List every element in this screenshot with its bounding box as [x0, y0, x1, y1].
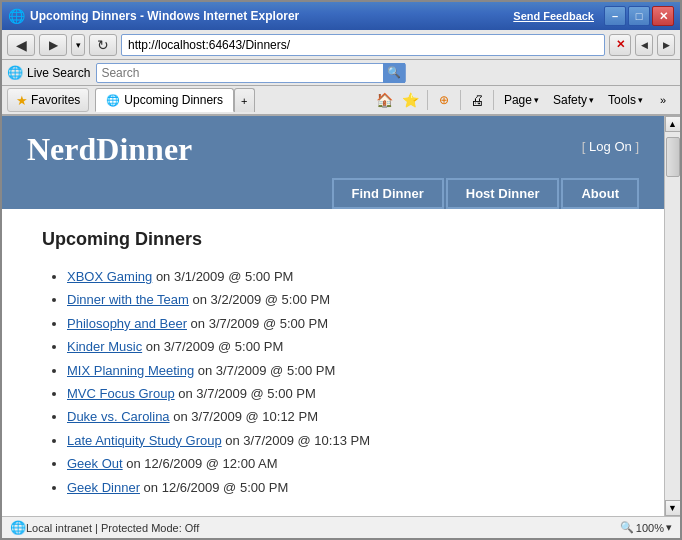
back-button[interactable]: ◀ [7, 34, 35, 56]
list-item: Dinner with the Team on 3/2/2009 @ 5:00 … [67, 288, 624, 311]
list-item: Late Antiquity Study Group on 3/7/2009 @… [67, 429, 624, 452]
tab-bar: 🌐 Upcoming Dinners + [95, 88, 254, 112]
forward-button[interactable]: ▶ [39, 34, 67, 56]
main-content: Upcoming Dinners XBOX Gaming on 3/1/2009… [2, 209, 664, 516]
page-content: NerdDinner [ Log On ] Find Dinner Host D… [2, 116, 664, 516]
dinner-date: on 3/7/2009 @ 5:00 PM [187, 316, 328, 331]
dinner-link[interactable]: Late Antiquity Study Group [67, 433, 222, 448]
page-chevron: ▾ [534, 95, 539, 105]
favorites-label: Favorites [31, 93, 80, 107]
list-item: Philosophy and Beer on 3/7/2009 @ 5:00 P… [67, 312, 624, 335]
search-input[interactable] [97, 66, 383, 80]
dinner-link[interactable]: XBOX Gaming [67, 269, 152, 284]
scroll-up-button[interactable]: ▲ [665, 116, 681, 132]
ie-logo-small: 🌐 [7, 65, 23, 80]
scrollbar: ▲ ▼ [664, 116, 680, 516]
list-item: MVC Focus Group on 3/7/2009 @ 5:00 PM [67, 382, 624, 405]
favorites-button[interactable]: ★ Favorites [7, 88, 89, 112]
address-input[interactable] [121, 34, 605, 56]
page-label: Page [504, 93, 532, 107]
stop-button[interactable]: ✕ [609, 34, 631, 56]
toolbar: ★ Favorites 🌐 Upcoming Dinners + 🏠 ⭐ ⊕ 🖨… [2, 86, 680, 116]
site-title: NerdDinner [27, 131, 192, 168]
status-text: Local intranet | Protected Mode: Off [26, 522, 199, 534]
toolbar-right: 🏠 ⭐ ⊕ 🖨 Page ▾ Safety ▾ Tools ▾ » [373, 88, 675, 112]
tab-label: Upcoming Dinners [124, 93, 223, 107]
list-item: XBOX Gaming on 3/1/2009 @ 5:00 PM [67, 265, 624, 288]
add-fav-icon[interactable]: ⭐ [399, 88, 423, 112]
dinner-date: on 3/7/2009 @ 5:00 PM [175, 386, 316, 401]
bracket-close: ] [635, 139, 639, 154]
host-dinner-tab[interactable]: Host Dinner [446, 178, 560, 209]
about-tab[interactable]: About [561, 178, 639, 209]
list-item: MIX Planning Meeting on 3/7/2009 @ 5:00 … [67, 359, 624, 382]
bracket-open: [ [582, 139, 589, 154]
refresh-button[interactable]: ↻ [89, 34, 117, 56]
dinner-link[interactable]: Duke vs. Carolina [67, 409, 170, 424]
dinner-link[interactable]: Kinder Music [67, 339, 142, 354]
tools-menu[interactable]: Tools ▾ [602, 88, 649, 112]
ie-window: 🌐 Upcoming Dinners - Windows Internet Ex… [0, 0, 682, 540]
toolbar-separator-1 [427, 90, 428, 110]
search-go-button[interactable]: 🔍 [383, 63, 405, 83]
status-right: 🔍 100% ▾ [620, 521, 672, 534]
tools-label: Tools [608, 93, 636, 107]
dinner-link[interactable]: Geek Dinner [67, 480, 140, 495]
find-dinner-tab[interactable]: Find Dinner [332, 178, 444, 209]
close-button[interactable]: ✕ [652, 6, 674, 26]
dinner-link[interactable]: MVC Focus Group [67, 386, 175, 401]
dinner-link[interactable]: Geek Out [67, 456, 123, 471]
dinner-link[interactable]: Philosophy and Beer [67, 316, 187, 331]
zoom-icon: 🔍 [620, 521, 634, 534]
search-box: 🔍 [96, 63, 406, 83]
rss-icon[interactable]: ⊕ [432, 88, 456, 112]
scroll-down-button[interactable]: ▼ [665, 500, 681, 516]
scroll-track[interactable] [665, 132, 681, 500]
dinner-date: on 3/7/2009 @ 5:00 PM [194, 363, 335, 378]
dinner-date: on 3/2/2009 @ 5:00 PM [189, 292, 330, 307]
window-title: Upcoming Dinners - Windows Internet Expl… [30, 9, 513, 23]
scroll-thumb[interactable] [666, 137, 680, 177]
address-bar: ◀ ▶ ▾ ↻ ✕ ◀ ▶ [2, 30, 680, 60]
minimize-button[interactable]: – [604, 6, 626, 26]
search-label: Live Search [27, 66, 90, 80]
active-tab[interactable]: 🌐 Upcoming Dinners [95, 88, 234, 112]
content-wrapper: NerdDinner [ Log On ] Find Dinner Host D… [2, 116, 680, 516]
dinner-date: on 3/7/2009 @ 10:12 PM [170, 409, 318, 424]
site-header: NerdDinner [ Log On ] [2, 116, 664, 168]
print-icon[interactable]: 🖨 [465, 88, 489, 112]
log-on-link[interactable]: Log On [589, 139, 632, 154]
page-menu[interactable]: Page ▾ [498, 88, 545, 112]
maximize-button[interactable]: □ [628, 6, 650, 26]
ie-tab-icon: 🌐 [106, 94, 120, 107]
star-icon: ★ [16, 93, 28, 108]
status-bar: 🌐 Local intranet | Protected Mode: Off 🔍… [2, 516, 680, 538]
dinner-link[interactable]: MIX Planning Meeting [67, 363, 194, 378]
site-nav: Find Dinner Host Dinner About [2, 168, 664, 209]
globe-status-icon: 🌐 [10, 520, 26, 535]
upcoming-title: Upcoming Dinners [42, 229, 624, 250]
zoom-chevron: ▾ [666, 521, 672, 534]
dinner-list: XBOX Gaming on 3/1/2009 @ 5:00 PMDinner … [42, 265, 624, 499]
more-tools-icon[interactable]: » [651, 88, 675, 112]
history-back[interactable]: ◀ [635, 34, 653, 56]
list-item: Duke vs. Carolina on 3/7/2009 @ 10:12 PM [67, 405, 624, 428]
nav-dropdown[interactable]: ▾ [71, 34, 85, 56]
dinner-date: on 12/6/2009 @ 5:00 PM [140, 480, 288, 495]
zoom-level: 100% [636, 522, 664, 534]
dinner-date: on 12/6/2009 @ 12:00 AM [123, 456, 278, 471]
title-bar: 🌐 Upcoming Dinners - Windows Internet Ex… [2, 2, 680, 30]
history-forward[interactable]: ▶ [657, 34, 675, 56]
new-tab-button[interactable]: + [234, 88, 254, 112]
tools-chevron: ▾ [638, 95, 643, 105]
list-item: Geek Dinner on 12/6/2009 @ 5:00 PM [67, 476, 624, 499]
feedback-link[interactable]: Send Feedback [513, 10, 594, 22]
dinner-link[interactable]: Dinner with the Team [67, 292, 189, 307]
home-icon[interactable]: 🏠 [373, 88, 397, 112]
zoom-control[interactable]: 🔍 100% ▾ [620, 521, 672, 534]
safety-menu[interactable]: Safety ▾ [547, 88, 600, 112]
search-bar: 🌐 Live Search 🔍 [2, 60, 680, 86]
safety-chevron: ▾ [589, 95, 594, 105]
safety-label: Safety [553, 93, 587, 107]
search-go-icon: 🔍 [387, 66, 401, 79]
